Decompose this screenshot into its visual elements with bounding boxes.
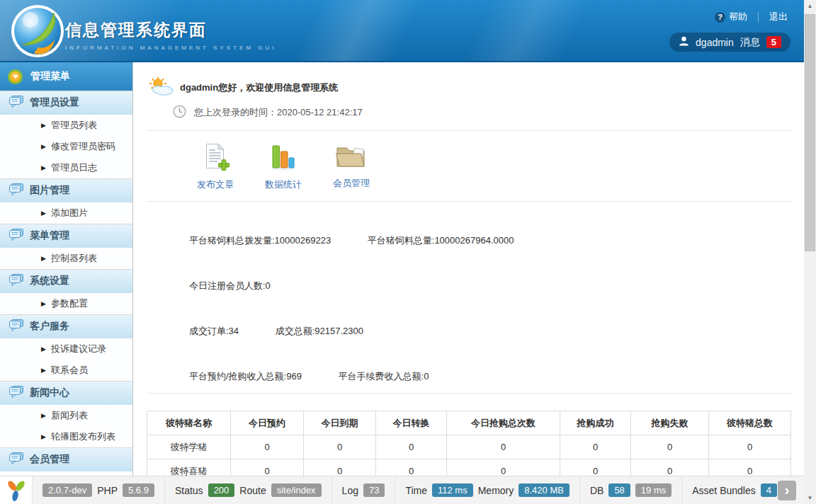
- log-badge: 73: [363, 483, 385, 497]
- debug-request-block[interactable]: Status 200 Route site/index: [165, 476, 332, 504]
- weather-sun-cloud-icon: [148, 76, 174, 98]
- welcome-row: dgadmin您好，欢迎使用信息管理系统: [148, 76, 804, 98]
- last-login-text: 您上次登录的时间：2020-05-12 21:42:17: [194, 106, 363, 119]
- time-label: Time: [405, 485, 427, 496]
- yii-logo-icon[interactable]: [0, 476, 33, 504]
- sidebar-menu-header[interactable]: 管理菜单: [0, 62, 132, 91]
- triangle-bullet-icon: ▶: [41, 433, 46, 440]
- sidebar-section-customer-service[interactable]: 客户服务: [0, 314, 132, 338]
- sidebar-section-image-management[interactable]: 图片管理: [0, 178, 132, 202]
- last-login-row: 您上次登录的时间：2020-05-12 21:42:17: [173, 105, 804, 120]
- triangle-bullet-icon: ▶: [41, 367, 46, 374]
- shortcuts: 发布文章 数据统计: [193, 142, 804, 191]
- stat-orders: 成交订单:34: [189, 326, 239, 336]
- stat-today-registrations: 今日注册会员人数:0: [189, 280, 271, 291]
- cell: 0: [231, 435, 304, 459]
- cell: 0: [709, 435, 791, 459]
- stats-row-registrations: 今日注册会员人数:0: [189, 280, 804, 292]
- header: 信息管理系统界面 INFORMATION MANAGEMENT SYSTEM G…: [0, 0, 816, 62]
- debug-version-block[interactable]: 2.0.7-dev PHP 5.6.9: [33, 476, 165, 504]
- triangle-bullet-icon: ▶: [41, 255, 46, 262]
- sidebar-section-member-management[interactable]: 会员管理: [0, 447, 132, 471]
- sidebar-item-admin-log[interactable]: ▶管理员日志: [0, 157, 132, 178]
- vertical-scrollbar[interactable]: ▲ ▼: [804, 0, 816, 504]
- debug-assets-block[interactable]: Asset Bundles 4: [682, 476, 787, 504]
- status-label: Status: [175, 485, 203, 496]
- sidebar-section-admin-settings[interactable]: 管理员设置: [0, 91, 132, 115]
- stats-row-orders: 成交订单:34 成交总额:92157.2300: [189, 325, 804, 338]
- pig-stats-table: 彼特猪名称 今日预约 今日到期 今日转换 今日抢购总次数 抢购成功 抢购失败 彼…: [147, 411, 791, 476]
- cell: 0: [376, 435, 447, 459]
- memory-badge: 8.420 MB: [518, 483, 570, 497]
- sidebar-item-add-image[interactable]: ▶添加图片: [0, 202, 132, 224]
- clock-icon: [173, 105, 186, 120]
- question-mark-icon: ?: [715, 12, 725, 23]
- debug-profiling-block[interactable]: Time 112 ms Memory 8.420 MB: [395, 476, 579, 504]
- shortcut-statistics[interactable]: 数据统计: [261, 142, 305, 191]
- debugbar-expand-button[interactable]: ›: [778, 481, 796, 500]
- triangle-bullet-icon: ▶: [41, 345, 46, 353]
- triangle-bullet-icon: ▶: [41, 300, 46, 307]
- scrollbar-thumb[interactable]: [805, 14, 815, 251]
- chat-bubble-icon: [9, 96, 23, 110]
- messages-link[interactable]: 消息: [740, 36, 760, 49]
- shortcut-publish-article[interactable]: 发布文章: [193, 142, 237, 191]
- collapse-circle-icon: [8, 69, 23, 84]
- sidebar-section-news-center[interactable]: 新闻中心: [0, 381, 132, 405]
- triangle-bullet-icon: ▶: [41, 164, 46, 171]
- welcome-title: dgadmin您好，欢迎使用信息管理系统: [180, 81, 338, 94]
- triangle-bullet-icon: ▶: [41, 412, 46, 419]
- section-label: 客户服务: [30, 320, 69, 333]
- section-label: 菜单管理: [30, 229, 69, 242]
- header-links: ? 帮助 退出: [715, 11, 788, 23]
- chat-bubble-icon: [9, 452, 23, 466]
- scroll-down-icon[interactable]: ▼: [804, 492, 816, 504]
- php-label: PHP: [97, 485, 118, 496]
- cell: 0: [231, 459, 304, 476]
- username[interactable]: dgadmin: [696, 37, 734, 48]
- chat-bubble-icon: [9, 274, 23, 288]
- table-row: 彼特喜猪 0 0 0 0 0 0 0: [147, 459, 791, 476]
- help-link[interactable]: ? 帮助: [715, 11, 747, 23]
- logout-link[interactable]: 退出: [769, 11, 788, 23]
- account-pill: dgadmin 消息 5: [669, 33, 790, 52]
- sidebar-item-admin-list[interactable]: ▶管理员列表: [0, 115, 132, 136]
- sidebar-item-carousel-publish-list[interactable]: ▶轮播图发布列表: [0, 426, 132, 447]
- cell: 0: [709, 459, 791, 476]
- stat-fee-income: 平台手续费收入总额:0: [339, 371, 429, 382]
- debug-db-block[interactable]: DB 58 19 ms: [580, 476, 682, 504]
- shortcut-member-management[interactable]: 会员管理: [329, 142, 373, 191]
- main-content: dgadmin您好，欢迎使用信息管理系统 您上次登录的时间：2020-05-12…: [134, 62, 804, 476]
- sidebar-section-menu-management[interactable]: 菜单管理: [0, 224, 132, 248]
- section-label: 会员管理: [30, 453, 69, 466]
- route-label: Route: [239, 485, 266, 496]
- sidebar-item-news-list[interactable]: ▶新闻列表: [0, 405, 132, 426]
- divider: [147, 393, 791, 394]
- debug-log-block[interactable]: Log 73: [332, 476, 396, 504]
- cell: 0: [560, 435, 631, 459]
- sidebar-item-complaint-records[interactable]: ▶投诉建议记录: [0, 338, 132, 360]
- cell: 0: [447, 459, 560, 476]
- db-label: DB: [590, 485, 604, 496]
- help-label: 帮助: [729, 11, 747, 23]
- chat-bubble-icon: [9, 386, 23, 400]
- assets-badge: 4: [761, 483, 777, 497]
- title-block: 信息管理系统界面 INFORMATION MANAGEMENT SYSTEM G…: [65, 19, 276, 51]
- stats-row-feed: 平台猪饲料总拨发量:10000269223 平台猪饲料总量:1000026796…: [189, 234, 804, 247]
- triangle-bullet-icon: ▶: [41, 122, 46, 129]
- scroll-up-icon[interactable]: ▲: [804, 0, 816, 12]
- messages-count-badge[interactable]: 5: [766, 36, 781, 48]
- cell: 0: [304, 459, 376, 476]
- sidebar-item-controller-list[interactable]: ▶控制器列表: [0, 248, 132, 269]
- sidebar: 管理菜单 管理员设置 ▶管理员列表 ▶修改管理员密码 ▶管理员日志 图片管理 ▶…: [0, 62, 133, 476]
- sidebar-item-contact-members[interactable]: ▶联系会员: [0, 360, 132, 381]
- triangle-bullet-icon: ▶: [41, 210, 46, 217]
- yii-version-badge: 2.0.7-dev: [42, 483, 92, 497]
- sidebar-item-change-admin-password[interactable]: ▶修改管理员密码: [0, 136, 132, 157]
- col-header: 彼特猪名称: [147, 411, 231, 435]
- app-title: 信息管理系统界面: [65, 19, 276, 41]
- sidebar-section-system-settings[interactable]: 系统设置: [0, 269, 132, 293]
- table-header-row: 彼特猪名称 今日预约 今日到期 今日转换 今日抢购总次数 抢购成功 抢购失败 彼…: [147, 411, 791, 435]
- sidebar-item-parameter-config[interactable]: ▶参数配置: [0, 293, 132, 314]
- chat-bubble-icon: [9, 183, 23, 197]
